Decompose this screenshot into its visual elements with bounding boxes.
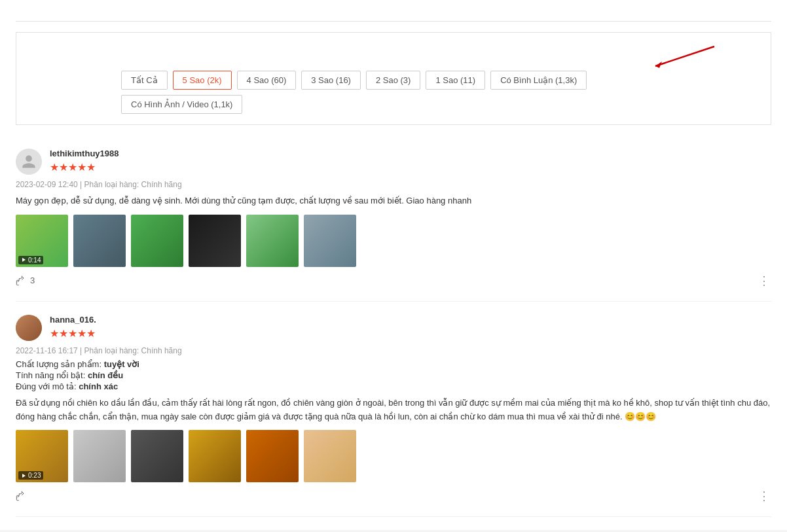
filter-row-1: Tất Cả5 Sao (2k)4 Sao (60)3 Sao (16)2 Sa… bbox=[121, 71, 760, 90]
rating-filter-box: Tất Cả5 Sao (2k)4 Sao (60)3 Sao (16)2 Sa… bbox=[16, 32, 771, 125]
filter-btn-4[interactable]: 2 Sao (3) bbox=[366, 71, 420, 90]
review-footer-0: 3 ⋮ bbox=[16, 274, 771, 288]
reviews-list: lethikimthuy1988 ★★★★★ 2023-02-09 12:40 … bbox=[16, 135, 771, 517]
rating-score-block bbox=[27, 71, 105, 73]
review-thumb-0-0[interactable]: 0:14 bbox=[16, 215, 68, 267]
video-time-0: 0:14 bbox=[28, 257, 41, 264]
filter-btn-5[interactable]: 1 Sao (11) bbox=[426, 71, 485, 90]
filter-buttons-container: Tất Cả5 Sao (2k)4 Sao (60)3 Sao (16)2 Sa… bbox=[121, 71, 760, 114]
review-user-info-1: hanna_016. ★★★★★ bbox=[50, 315, 771, 340]
rating-summary: Tất Cả5 Sao (2k)4 Sao (60)3 Sao (16)2 Sa… bbox=[27, 71, 760, 114]
filter-btn-3[interactable]: 3 Sao (16) bbox=[301, 71, 361, 90]
filter-row-2: Có Hình Ảnh / Video (1,1k) bbox=[121, 95, 760, 114]
review-text-1: Đã sử dụng nồi chiên ko dầu lần đầu, cảm… bbox=[16, 397, 771, 424]
filter-btn-1[interactable]: 5 Sao (2k) bbox=[173, 71, 232, 90]
review-meta-0: 2023-02-09 12:40 | Phân loại hàng: Chính… bbox=[16, 180, 771, 189]
review-thumb-0-5[interactable] bbox=[304, 215, 356, 267]
like-count-0: 3 bbox=[30, 275, 35, 285]
video-time-1: 0:23 bbox=[28, 472, 41, 479]
review-thumb-0-4[interactable] bbox=[246, 215, 299, 267]
reviewer-name-1: hanna_016. bbox=[50, 315, 771, 325]
avatar-0 bbox=[16, 149, 42, 175]
review-user-info-0: lethikimthuy1988 ★★★★★ bbox=[50, 149, 771, 173]
review-thumb-0-3[interactable] bbox=[189, 215, 241, 267]
filter-btn-0[interactable]: Tất Cả bbox=[121, 71, 168, 90]
thumbs-up-icon bbox=[16, 491, 26, 501]
filter-btn-2[interactable]: 4 Sao (60) bbox=[237, 71, 297, 90]
more-options-1[interactable]: ⋮ bbox=[758, 489, 771, 503]
review-footer-1: ⋮ bbox=[16, 489, 771, 503]
desc-label-1: Đúng với mô tả: chính xác bbox=[16, 381, 771, 391]
section-title bbox=[16, 13, 771, 22]
person-icon bbox=[21, 154, 37, 169]
red-arrow-icon bbox=[642, 43, 721, 69]
video-badge-1: 0:23 bbox=[18, 471, 43, 480]
like-button-1[interactable] bbox=[16, 491, 30, 501]
filter-btn-image-0[interactable]: Có Hình Ảnh / Video (1,1k) bbox=[121, 95, 242, 114]
svg-marker-3 bbox=[22, 474, 26, 478]
review-thumb-1-1[interactable] bbox=[73, 430, 126, 482]
svg-marker-2 bbox=[22, 258, 26, 262]
play-icon bbox=[21, 257, 26, 262]
review-thumb-1-4[interactable] bbox=[246, 430, 299, 482]
review-images-0: 0:14 bbox=[16, 215, 771, 267]
review-thumb-1-3[interactable] bbox=[189, 430, 241, 482]
more-options-0[interactable]: ⋮ bbox=[758, 274, 771, 288]
review-item-0: lethikimthuy1988 ★★★★★ 2023-02-09 12:40 … bbox=[16, 135, 771, 302]
review-thumb-1-0[interactable]: 0:23 bbox=[16, 430, 68, 482]
product-review-section: Tất Cả5 Sao (2k)4 Sao (60)3 Sao (16)2 Sa… bbox=[0, 0, 787, 530]
reviewer-name-0: lethikimthuy1988 bbox=[50, 149, 771, 158]
review-item-1: hanna_016. ★★★★★ 2022-11-16 16:17 | Phân… bbox=[16, 302, 771, 518]
filter-btn-6[interactable]: Có Bình Luận (1,3k) bbox=[490, 71, 587, 90]
like-button-0[interactable]: 3 bbox=[16, 275, 35, 286]
video-badge-0: 0:14 bbox=[18, 256, 43, 264]
review-stars-0: ★★★★★ bbox=[50, 161, 771, 173]
quality-label-1: Chất lượng sản phẩm: tuyệt vời bbox=[16, 359, 771, 369]
review-images-1: 0:23 bbox=[16, 430, 771, 482]
review-text-0: Máy gọn đẹp, dễ sử dụng, dễ dàng vệ sinh… bbox=[16, 194, 771, 208]
review-thumb-0-2[interactable] bbox=[131, 215, 183, 267]
review-thumb-1-5[interactable] bbox=[304, 430, 356, 482]
feature-label-1: Tính năng nổi bật: chín đều bbox=[16, 370, 771, 380]
review-thumb-0-1[interactable] bbox=[73, 215, 126, 267]
review-stars-1: ★★★★★ bbox=[50, 327, 771, 340]
play-icon bbox=[21, 473, 26, 478]
review-meta-1: 2022-11-16 16:17 | Phân loại hàng: Chính… bbox=[16, 346, 771, 355]
svg-line-0 bbox=[655, 46, 714, 66]
thumbs-up-icon bbox=[16, 275, 26, 286]
review-thumb-1-2[interactable] bbox=[131, 430, 183, 482]
avatar-1 bbox=[16, 315, 42, 341]
